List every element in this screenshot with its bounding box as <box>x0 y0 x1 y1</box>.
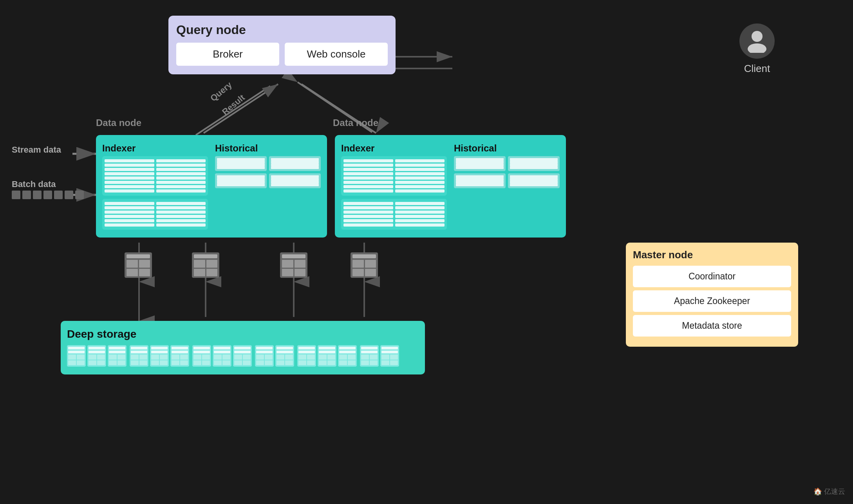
svg-line-6 <box>196 86 270 135</box>
batch-block <box>54 191 63 199</box>
storage-icon-3 <box>280 252 307 278</box>
batch-block <box>65 191 73 199</box>
data-node-label-left: Data node <box>96 117 141 128</box>
svg-text:Result: Result <box>220 92 247 117</box>
hist-cell <box>508 173 560 188</box>
deep-storage-title: Deep storage <box>67 328 419 340</box>
coordinator-box: Coordinator <box>633 266 791 287</box>
broker-box: Broker <box>176 43 279 66</box>
hist-cell <box>269 173 321 188</box>
client-label: Client <box>744 63 770 75</box>
indexer-right: Indexer <box>341 143 447 230</box>
indexer-col <box>156 159 206 193</box>
metadata-box: Metadata store <box>633 315 791 337</box>
indexer-col <box>105 159 154 193</box>
web-console-box: Web console <box>285 43 388 66</box>
storage-icon-1 <box>125 252 152 278</box>
indexer-col <box>343 202 393 227</box>
svg-text:Query: Query <box>208 79 234 103</box>
indexer-left-table2 <box>102 199 208 230</box>
storage-icon-4 <box>351 252 378 278</box>
hist-cell <box>454 156 506 171</box>
query-node-inner: Broker Web console <box>176 43 388 66</box>
query-node-box: Query node Broker Web console <box>168 16 396 74</box>
indexer-col <box>395 202 445 227</box>
hist-cell <box>454 173 506 188</box>
indexer-col <box>156 202 206 227</box>
stream-data-label: Stream data <box>12 145 61 155</box>
hist-cell <box>508 156 560 171</box>
storage-icon-2 <box>192 252 219 278</box>
indexer-col <box>105 202 154 227</box>
indexer-right-table <box>341 156 447 196</box>
hist-cell <box>215 173 267 188</box>
diagram: Query Result Query node Broker Web <box>0 0 853 504</box>
historical-left-label: Historical <box>215 143 321 154</box>
historical-right: Historical <box>454 143 560 230</box>
batch-block <box>75 191 84 199</box>
watermark-icon: 🏠 <box>813 488 822 495</box>
deep-storage-box: Deep storage <box>61 321 425 374</box>
svg-point-27 <box>752 31 763 42</box>
batch-block <box>22 191 31 199</box>
svg-line-7 <box>204 84 278 133</box>
indexer-left: Indexer <box>102 143 208 230</box>
batch-data-blocks <box>12 191 84 199</box>
batch-data-label: Batch data <box>12 179 56 189</box>
batch-block <box>12 191 20 199</box>
historical-right-label: Historical <box>454 143 560 154</box>
indexer-col <box>343 159 393 193</box>
data-node-left-box: Indexer <box>96 135 327 238</box>
data-node-right-box: Indexer <box>335 135 566 238</box>
historical-left-grid <box>215 156 321 188</box>
query-node-title: Query node <box>176 23 388 37</box>
indexer-left-label: Indexer <box>102 143 208 154</box>
zookeeper-box: Apache Zookeeper <box>633 290 791 312</box>
master-node-box: Master node Coordinator Apache Zookeeper… <box>626 243 798 347</box>
data-node-label-right: Data node <box>333 117 378 128</box>
deep-storage-cells <box>67 345 419 367</box>
indexer-right-table2 <box>341 199 447 230</box>
indexer-left-table <box>102 156 208 196</box>
batch-block <box>33 191 42 199</box>
batch-block <box>43 191 52 199</box>
svg-point-28 <box>748 43 766 53</box>
hist-cell <box>269 156 321 171</box>
historical-right-grid <box>454 156 560 188</box>
historical-left: Historical <box>215 143 321 230</box>
indexer-right-label: Indexer <box>341 143 447 154</box>
watermark: 🏠 亿速云 <box>813 487 845 496</box>
client-area: Client <box>739 23 775 75</box>
master-node-title: Master node <box>633 249 791 261</box>
indexer-col <box>395 159 445 193</box>
hist-cell <box>215 156 267 171</box>
client-icon <box>739 23 775 59</box>
watermark-text: 亿速云 <box>824 488 845 495</box>
